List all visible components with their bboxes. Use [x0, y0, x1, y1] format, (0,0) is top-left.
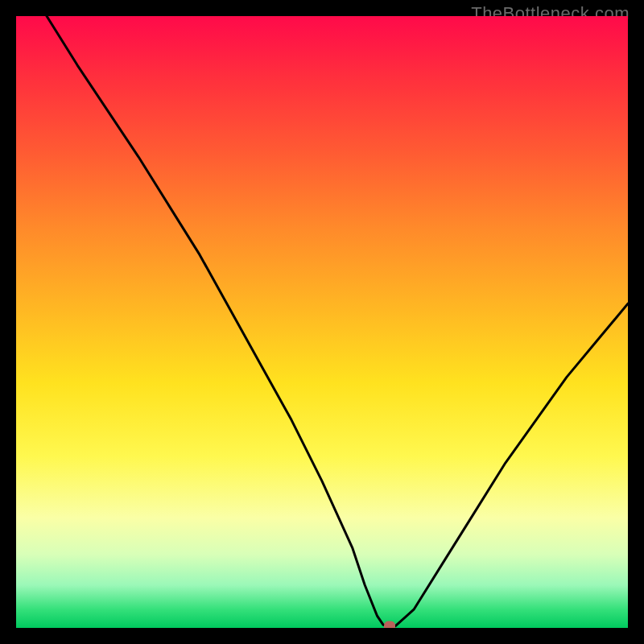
- chart-frame: TheBottleneck.com: [0, 0, 644, 644]
- curve-path: [47, 16, 628, 626]
- plot-area: [16, 16, 628, 628]
- bottleneck-curve: [16, 16, 628, 628]
- min-marker: [384, 621, 395, 628]
